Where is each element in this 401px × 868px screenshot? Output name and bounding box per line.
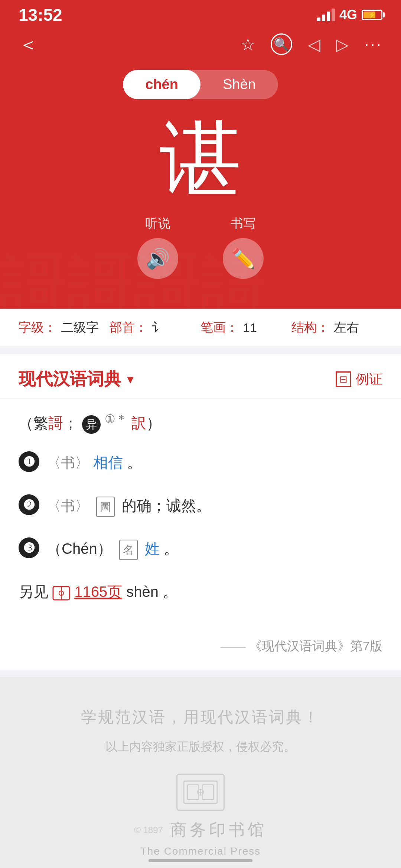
nav-next-button[interactable]: ▷ bbox=[336, 35, 349, 54]
def-text-2: 〈书〉 圖 的确；诚然。 bbox=[47, 493, 382, 518]
home-indicator bbox=[149, 859, 252, 862]
def-number-3: ❸ bbox=[19, 537, 39, 558]
hero-section: 谌 听说 🔊 书写 ✏️ 謌謌謌謌 bbox=[0, 107, 401, 309]
def-text-3: （Chén） 名 姓 。 bbox=[47, 536, 382, 561]
usage-badge-2: 圖 bbox=[96, 497, 115, 517]
dictionary-source: —— 《现代汉语词典》第7版 bbox=[0, 630, 401, 670]
definition-1: ❶ 〈书〉 相信 。 bbox=[19, 450, 382, 475]
publisher-name-cn: 商务印书馆 bbox=[170, 819, 267, 841]
nav-prev-button[interactable]: ◁ bbox=[308, 35, 320, 54]
pron-tab-chen[interactable]: chén bbox=[123, 70, 200, 99]
status-bar: 13:52 4G ⚡ bbox=[0, 0, 401, 30]
footer-copyright: 以上内容独家正版授权，侵权必究。 bbox=[19, 739, 382, 755]
cross-ref-book-icon bbox=[52, 586, 70, 601]
cross-ref-page[interactable]: 1165页 bbox=[74, 583, 122, 600]
bookmark-icon[interactable]: ☆ bbox=[241, 35, 255, 54]
def-number-2: ❷ bbox=[19, 494, 39, 515]
definition-3: ❸ （Chén） 名 姓 。 bbox=[19, 536, 382, 561]
info-strokes: 笔画： 11 bbox=[200, 319, 291, 336]
publisher-logo: © 1897 商务印书馆 The Commercial Press bbox=[19, 774, 382, 857]
info-structure: 结构： 左右 bbox=[291, 319, 382, 336]
publisher-year: © 1897 bbox=[134, 825, 163, 835]
definition-2: ❷ 〈书〉 圖 的确；诚然。 bbox=[19, 493, 382, 518]
header: ＜ ☆ 🔍 ◁ ▷ ··· bbox=[0, 30, 401, 66]
status-icons: 4G ⚡ bbox=[317, 7, 382, 23]
source-text: 《现代汉语词典》第7版 bbox=[249, 639, 382, 653]
structure-label: 结构： bbox=[291, 319, 329, 336]
listen-button[interactable]: 🔊 bbox=[137, 238, 178, 279]
example-button[interactable]: ⊟ 例证 bbox=[336, 370, 382, 389]
cross-ref-pron: shèn bbox=[126, 583, 159, 600]
publisher-name-en: The Commercial Press bbox=[140, 845, 261, 857]
svg-rect-6 bbox=[202, 785, 213, 800]
main-character: 谌 bbox=[0, 114, 401, 204]
info-radical: 部首： 讠 bbox=[110, 319, 200, 336]
battery-icon: ⚡ bbox=[362, 10, 382, 20]
dictionary-dropdown-icon[interactable]: ▾ bbox=[127, 371, 134, 387]
write-button[interactable]: ✏️ bbox=[223, 238, 264, 279]
footer-slogan: 学规范汉语，用现代汉语词典！ bbox=[19, 707, 382, 728]
dictionary-content: （繁謌； 异 ①＊ 訳） ❶ 〈书〉 相信 。 ❷ 〈书〉 圖 的确； bbox=[0, 399, 401, 630]
def-text-1: 〈书〉 相信 。 bbox=[47, 450, 382, 475]
back-button[interactable]: ＜ bbox=[19, 35, 38, 54]
traditional-note: （繁謌； 异 ①＊ 訳） bbox=[19, 410, 382, 435]
cross-reference: 另见 1165页 shèn 。 bbox=[19, 579, 382, 604]
info-level: 字级： 二级字 bbox=[19, 319, 110, 336]
radical-label: 部首： bbox=[110, 319, 147, 336]
dict-title-row: 现代汉语词典 ▾ bbox=[19, 368, 134, 391]
structure-value: 左右 bbox=[334, 319, 359, 336]
listen-action: 听说 🔊 bbox=[137, 215, 178, 279]
strokes-label: 笔画： bbox=[200, 319, 238, 336]
more-menu-button[interactable]: ··· bbox=[364, 35, 382, 53]
def-keyword-3: 姓 bbox=[145, 540, 160, 557]
cross-ref-suffix: 。 bbox=[163, 583, 177, 600]
def-number-1: ❶ bbox=[19, 451, 39, 472]
example-label: 例证 bbox=[356, 370, 382, 389]
network-label: 4G bbox=[339, 7, 357, 23]
commercial-press-icon bbox=[182, 777, 219, 807]
level-value: 二级字 bbox=[61, 319, 99, 336]
status-time: 13:52 bbox=[19, 5, 62, 25]
write-action: 书写 ✏️ bbox=[223, 215, 264, 279]
pron-tab-group: chén Shèn bbox=[123, 70, 278, 99]
character-actions: 听说 🔊 书写 ✏️ bbox=[0, 215, 401, 279]
name-badge: 名 bbox=[119, 540, 138, 560]
pen-icon: ✏️ bbox=[231, 247, 255, 270]
dictionary-title: 现代汉语词典 bbox=[19, 368, 121, 391]
write-label: 书写 bbox=[231, 215, 256, 232]
level-label: 字级： bbox=[19, 319, 56, 336]
signal-icon bbox=[317, 9, 335, 21]
speaker-icon: 🔊 bbox=[146, 247, 170, 270]
svg-rect-5 bbox=[188, 785, 199, 800]
def-keyword-1: 相信 bbox=[93, 454, 123, 471]
strokes-value: 11 bbox=[243, 321, 257, 335]
dictionary-header: 现代汉语词典 ▾ ⊟ 例证 bbox=[0, 354, 401, 399]
search-lookup-icon[interactable]: 🔍 bbox=[271, 33, 292, 55]
example-icon: ⊟ bbox=[336, 371, 351, 387]
header-actions: ☆ 🔍 ◁ ▷ ··· bbox=[241, 33, 382, 55]
info-bar: 字级： 二级字 部首： 讠 笔画： 11 结构： 左右 bbox=[0, 309, 401, 347]
cross-ref-prefix: 另见 bbox=[19, 583, 52, 600]
footer-section: 学规范汉语，用现代汉语词典！ 以上内容独家正版授权，侵权必究。 © 1897 商… bbox=[0, 677, 401, 868]
publisher-icon bbox=[176, 774, 225, 811]
listen-label: 听说 bbox=[145, 215, 170, 232]
pronunciation-tabs: chén Shèn bbox=[0, 66, 401, 107]
alt-badge: 异 bbox=[82, 415, 101, 434]
pron-tab-shen[interactable]: Shèn bbox=[200, 70, 278, 99]
radical-value: 讠 bbox=[152, 319, 164, 336]
dictionary-section: 现代汉语词典 ▾ ⊟ 例证 （繁謌； 异 ①＊ 訳） ❶ 〈书〉 相信 bbox=[0, 354, 401, 670]
